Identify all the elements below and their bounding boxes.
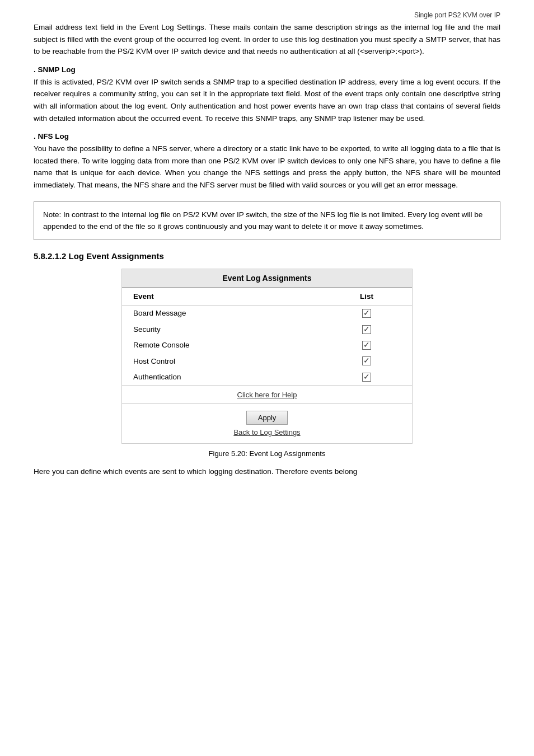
checkbox-checked-icon[interactable] [362, 341, 371, 350]
intro-paragraph: Email address text field in the Event Lo… [34, 21, 500, 58]
help-link[interactable]: Click here for Help [237, 391, 297, 399]
list-checkbox-cell[interactable] [321, 353, 412, 369]
help-link-row: Click here for Help [122, 385, 412, 403]
note-box: Note: In contrast to the internal log fi… [34, 201, 500, 240]
event-log-assignments-panel: Event Log Assignments Event List Board M… [121, 269, 413, 444]
back-to-log-settings-link[interactable]: Back to Log Settings [122, 428, 412, 436]
list-column-header: List [321, 288, 412, 306]
nfs-heading: . NFS Log [34, 132, 500, 140]
list-checkbox-cell[interactable] [321, 369, 412, 384]
apply-button[interactable]: Apply [246, 411, 288, 425]
event-cell: Remote Console [122, 337, 321, 353]
snmp-text: If this is activated, PS/2 KVM over IP s… [34, 76, 500, 124]
snmp-heading: . SNMP Log [34, 65, 500, 74]
table-row: Remote Console [122, 337, 412, 353]
nfs-text: You have the possibility to define a NFS… [34, 143, 500, 191]
list-checkbox-cell[interactable] [321, 337, 412, 353]
event-log-table: Event List Board MessageSecurityRemote C… [122, 288, 412, 385]
bottom-paragraph: Here you can define which events are sen… [34, 466, 500, 478]
list-checkbox-cell[interactable] [321, 305, 412, 321]
event-log-title: Event Log Assignments [122, 269, 412, 288]
list-checkbox-cell[interactable] [321, 321, 412, 337]
table-row: Host Control [122, 353, 412, 369]
table-row: Board Message [122, 305, 412, 321]
section-title: 5.8.2.1.2 Log Event Assignments [34, 251, 500, 261]
checkbox-checked-icon[interactable] [362, 373, 371, 382]
event-cell: Board Message [122, 305, 321, 321]
event-column-header: Event [122, 288, 321, 306]
figure-caption: Figure 5.20: Event Log Assignments [34, 449, 500, 458]
table-row: Security [122, 321, 412, 337]
checkbox-checked-icon[interactable] [362, 325, 371, 334]
checkbox-checked-icon[interactable] [362, 309, 371, 318]
checkbox-checked-icon[interactable] [362, 356, 371, 365]
event-cell: Host Control [122, 353, 321, 369]
page-header-subtitle: Single port PS2 KVM over IP [34, 11, 500, 19]
event-cell: Security [122, 321, 321, 337]
event-cell: Authentication [122, 369, 321, 384]
table-row: Authentication [122, 369, 412, 384]
apply-section: Apply Back to Log Settings [122, 403, 412, 443]
